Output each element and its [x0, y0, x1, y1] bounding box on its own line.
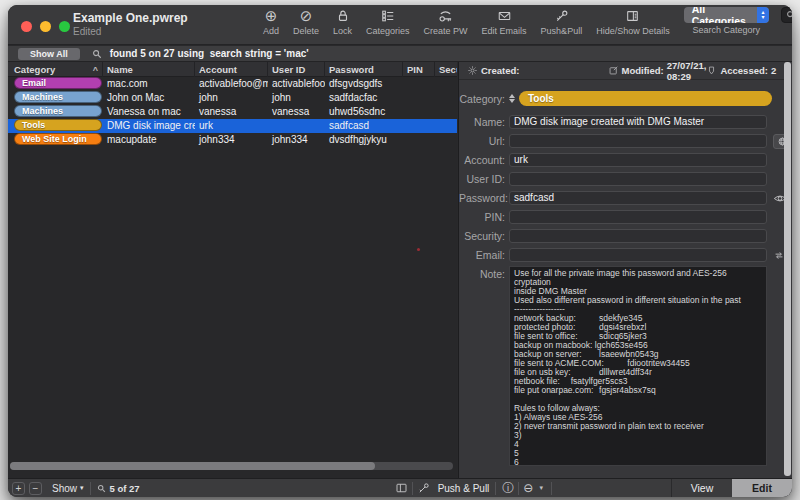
circled-minus-button[interactable]: ⊖: [523, 481, 533, 495]
content-area: Category^ Name Account User ID Password …: [8, 62, 792, 478]
delete-button[interactable]: ⊘ Delete: [293, 7, 319, 36]
security-field[interactable]: [509, 229, 767, 243]
category-pill: Web Site Login: [14, 133, 102, 145]
account-field[interactable]: urk: [509, 153, 767, 167]
lock-button[interactable]: Lock: [333, 7, 352, 36]
show-dropdown[interactable]: Show▾: [52, 483, 84, 494]
accessed-value: 2: [771, 65, 776, 76]
show-all-button[interactable]: Show All: [18, 48, 80, 60]
bottom-bar: + − Show▾ 5 of 27 Push & Pull ⓘ ⊖: [8, 478, 792, 497]
record-count: 5 of 27: [110, 483, 140, 494]
search-category-group: All Categories ▴▾ Search Category: [684, 7, 769, 35]
minus-menu-caret-icon[interactable]: ▾: [539, 484, 543, 492]
table-row-selected[interactable]: Tools DMG disk image created urk sadfcas…: [8, 119, 457, 133]
pin-field-row: PIN:: [459, 210, 792, 224]
app-window: Example One.pwrep Edited ⊕ Add ⊘ Delete …: [8, 5, 792, 497]
userid-field[interactable]: [509, 172, 767, 186]
column-header-name[interactable]: Name: [103, 62, 195, 77]
details-pane: Created: Modified: 27/07/21, 08:29: [458, 62, 792, 478]
push-pull-icon: [554, 7, 569, 25]
modified-icon: [608, 65, 619, 76]
created-icon: [467, 65, 478, 76]
search-category-label: Search Category: [693, 25, 761, 35]
category-stepper[interactable]: [507, 94, 516, 103]
toggle-details-pane-button[interactable]: [395, 482, 408, 494]
red-dot-artifact: [417, 248, 420, 251]
modified-value: 27/07/21, 08:29: [667, 60, 707, 82]
accessed-icon: [706, 65, 717, 76]
category-pill: Machines: [14, 91, 102, 103]
find-status-text: found 5 on 27 using search string = 'mac…: [110, 48, 309, 59]
close-window-button[interactable]: [21, 21, 32, 32]
window-edited-badge: Edited: [73, 26, 188, 37]
minimize-window-button[interactable]: [40, 21, 51, 32]
search-string-group: ▾ mac ✕ Search String: [781, 7, 792, 35]
email-field[interactable]: [509, 248, 767, 262]
table-row[interactable]: Machines Vanessa on mac vanessa vanessa …: [8, 105, 457, 119]
password-field-row: Password: sadfcasd: [459, 191, 792, 205]
accessed-info: Accessed: 2: [706, 65, 776, 76]
hide-show-details-button[interactable]: Hide/Show Details: [596, 7, 670, 36]
select-stepper-icon: ▴▾: [757, 7, 769, 23]
create-pw-button[interactable]: Create PW: [424, 7, 468, 36]
created-info: Created:: [467, 65, 520, 76]
toolbar: ⊕ Add ⊘ Delete Lock: [263, 7, 786, 45]
horizontal-scrollbar-thumb[interactable]: [10, 462, 375, 470]
name-field-row: Name: DMG disk image created with DMG Ma…: [459, 115, 792, 129]
url-field[interactable]: [509, 134, 767, 148]
delete-icon: ⊘: [300, 7, 313, 25]
category-pill: Tools: [14, 119, 102, 131]
userid-field-row: User ID:: [459, 172, 792, 186]
column-header-category[interactable]: Category^: [10, 62, 103, 77]
search-icon: [786, 10, 792, 20]
zoom-window-button[interactable]: [59, 21, 70, 32]
search-input[interactable]: ▾ mac ✕: [781, 7, 792, 23]
horizontal-scrollbar[interactable]: [10, 462, 453, 470]
info-button[interactable]: ⓘ: [502, 480, 514, 497]
category-value-pill[interactable]: Tools: [519, 91, 772, 106]
account-field-row: Account: urk: [459, 153, 792, 167]
note-textarea[interactable]: Use for all the private image this passw…: [509, 266, 767, 466]
category-pill: Email: [14, 77, 102, 89]
add-button[interactable]: ⊕ Add: [263, 7, 279, 36]
remove-record-button[interactable]: −: [29, 482, 42, 495]
table-header: Category^ Name Account User ID Password …: [8, 62, 457, 77]
table-row[interactable]: Email mac.com activablefoo@mac.c activab…: [8, 77, 457, 91]
traffic-lights: [21, 21, 70, 32]
count-search-icon: [97, 484, 106, 493]
category-field-row: Category: Tools: [459, 90, 792, 107]
email-field-row: Email:: [459, 248, 792, 262]
chevron-down-icon: ▾: [80, 484, 84, 492]
title-bar: Example One.pwrep Edited ⊕ Add ⊘ Delete …: [8, 5, 792, 45]
add-record-button[interactable]: +: [12, 482, 25, 495]
record-info-strip: Created: Modified: 27/07/21, 08:29: [459, 62, 784, 80]
search-category-select[interactable]: All Categories ▴▾: [684, 7, 769, 23]
column-header-pin[interactable]: PIN: [403, 62, 435, 77]
edit-emails-button[interactable]: Edit Emails: [482, 7, 527, 36]
details-scrollbar[interactable]: [784, 62, 791, 476]
push-pull-key-icon: [417, 482, 430, 495]
table-row[interactable]: Web Site Login macupdate john334 john334…: [8, 133, 457, 147]
name-field[interactable]: DMG disk image created with DMG Master: [509, 115, 767, 129]
column-header-account[interactable]: Account: [195, 62, 268, 77]
create-pw-icon: [438, 7, 453, 25]
column-header-password[interactable]: Password: [325, 62, 403, 77]
lock-icon: [336, 7, 350, 25]
category-pill: Machines: [14, 105, 102, 117]
push-pull-button[interactable]: Push&Pull: [541, 7, 583, 36]
edit-emails-icon: [497, 7, 512, 25]
detail-fields: Name: DMG disk image created with DMG Ma…: [459, 115, 792, 267]
table-row[interactable]: Machines John on Mac john john sadfdacfa…: [8, 91, 457, 105]
categories-button[interactable]: Categories: [366, 7, 410, 36]
pin-field[interactable]: [509, 210, 767, 224]
categories-icon: [381, 7, 395, 25]
edit-mode-button[interactable]: Edit: [732, 479, 792, 498]
push-pull-bottom-button[interactable]: Push & Pull: [438, 483, 490, 494]
view-mode-button[interactable]: View: [671, 479, 732, 498]
password-field[interactable]: sadfcasd: [509, 191, 767, 205]
add-icon: ⊕: [265, 7, 278, 25]
security-field-row: Security:: [459, 229, 792, 243]
column-header-security[interactable]: Security: [435, 62, 457, 77]
column-header-userid[interactable]: User ID: [268, 62, 325, 77]
password-list-pane: Category^ Name Account User ID Password …: [8, 62, 457, 478]
